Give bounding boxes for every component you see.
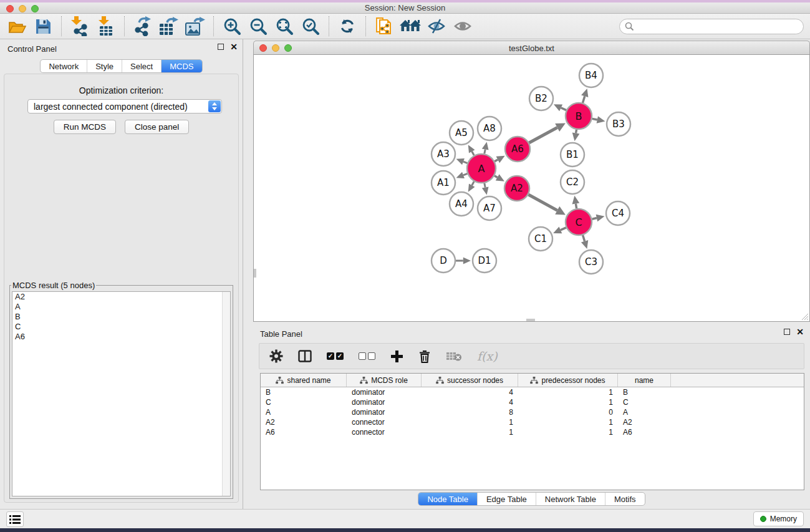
close-table-panel-icon[interactable]: ✕ bbox=[796, 329, 804, 335]
network-horizontal-scrollbar[interactable] bbox=[526, 319, 535, 321]
graph-edge-A2-C[interactable] bbox=[528, 195, 557, 210]
resize-grip-icon[interactable] bbox=[801, 312, 809, 321]
export-image-button[interactable] bbox=[182, 15, 208, 37]
graph-node-B1[interactable]: B1 bbox=[561, 143, 584, 167]
graph-node-A6[interactable]: A6 bbox=[505, 137, 530, 162]
graph-node-B[interactable]: B bbox=[566, 103, 592, 129]
graph-edge-B-B3[interactable] bbox=[592, 118, 597, 120]
tab-network[interactable]: Network bbox=[41, 60, 87, 72]
close-panel-icon[interactable]: ✕ bbox=[230, 44, 238, 50]
gear-button[interactable] bbox=[269, 349, 283, 363]
graph-node-C4[interactable]: C4 bbox=[606, 201, 630, 225]
graph-edge-A-A1[interactable] bbox=[463, 173, 468, 175]
graph-edge-A-A3[interactable] bbox=[463, 162, 468, 163]
mcds-result-item[interactable]: C bbox=[12, 322, 230, 332]
tab-edge-table[interactable]: Edge Table bbox=[478, 493, 536, 505]
column-header-shared-name[interactable]: shared name bbox=[261, 374, 347, 387]
zoom-selected-button[interactable] bbox=[297, 15, 324, 37]
graph-node-D[interactable]: D bbox=[432, 249, 455, 273]
graph-node-A4[interactable]: A4 bbox=[450, 192, 473, 216]
graph-node-C3[interactable]: C3 bbox=[579, 250, 603, 274]
float-table-panel-icon[interactable] bbox=[784, 329, 790, 335]
network-window-titlebar[interactable]: testGlobe.txt bbox=[253, 41, 810, 54]
table-row[interactable]: Cdominator41C bbox=[261, 397, 804, 407]
delete-table-button[interactable] bbox=[446, 351, 462, 362]
export-network-button[interactable] bbox=[130, 15, 156, 37]
graph-node-C1[interactable]: C1 bbox=[529, 227, 552, 251]
graph-node-A3[interactable]: A3 bbox=[432, 142, 455, 166]
graph-edge-B-B4[interactable] bbox=[582, 96, 584, 103]
delete-column-button[interactable] bbox=[418, 349, 431, 363]
graph-node-B4[interactable]: B4 bbox=[579, 64, 603, 87]
graph-edge-A-A4[interactable] bbox=[472, 181, 475, 185]
mcds-result-scrollbar[interactable] bbox=[222, 292, 230, 496]
save-session-button[interactable] bbox=[30, 15, 56, 37]
graph-node-A2[interactable]: A2 bbox=[504, 176, 529, 201]
graph-node-C[interactable]: C bbox=[566, 209, 592, 235]
import-network-button[interactable] bbox=[67, 15, 93, 37]
column-header-successor-nodes[interactable]: successor nodes bbox=[422, 374, 518, 387]
zoom-out-button[interactable] bbox=[245, 15, 271, 37]
task-history-button[interactable] bbox=[6, 511, 24, 527]
graph-edge-B-B1[interactable] bbox=[576, 130, 577, 133]
graph-node-A1[interactable]: A1 bbox=[432, 171, 455, 195]
graph-node-A[interactable]: A bbox=[467, 154, 496, 183]
split-columns-button[interactable] bbox=[298, 350, 312, 362]
import-table-button[interactable] bbox=[93, 15, 119, 37]
close-panel-button[interactable]: Close panel bbox=[125, 120, 189, 134]
graph-edge-C-C2[interactable] bbox=[576, 203, 576, 208]
export-table-button[interactable] bbox=[156, 15, 182, 37]
graph-node-B3[interactable]: B3 bbox=[607, 112, 630, 136]
table-row[interactable]: Adominator80A bbox=[261, 407, 804, 417]
home-button[interactable] bbox=[397, 15, 423, 37]
hide-details-button[interactable] bbox=[423, 15, 450, 37]
tab-motifs[interactable]: Motifs bbox=[605, 493, 645, 505]
graph-node-B2[interactable]: B2 bbox=[529, 87, 553, 110]
graph-node-A7[interactable]: A7 bbox=[478, 196, 501, 220]
network-vertical-scrollbar[interactable] bbox=[254, 269, 256, 278]
memory-button[interactable]: Memory bbox=[753, 511, 804, 526]
zoom-fit-button[interactable] bbox=[271, 15, 297, 37]
column-header-predecessor-nodes[interactable]: predecessor nodes bbox=[518, 374, 618, 387]
graph-node-D1[interactable]: D1 bbox=[473, 249, 496, 273]
graph-edge-A-A5[interactable] bbox=[472, 152, 475, 155]
session-document-button[interactable] bbox=[371, 15, 397, 37]
mcds-result-item[interactable]: B bbox=[12, 312, 230, 322]
clear-checkboxes-button[interactable] bbox=[359, 352, 375, 360]
add-column-button[interactable] bbox=[390, 350, 403, 363]
table-row[interactable]: Bdominator41B bbox=[261, 387, 804, 397]
graph-edge-A6-B[interactable] bbox=[529, 128, 557, 143]
column-header-MCDS-role[interactable]: MCDS role bbox=[347, 374, 422, 387]
search-input[interactable] bbox=[619, 19, 804, 34]
tab-select[interactable]: Select bbox=[122, 60, 162, 72]
graph-edge-C-C1[interactable] bbox=[561, 228, 566, 230]
mcds-result-item[interactable]: A2 bbox=[12, 292, 230, 302]
tab-style[interactable]: Style bbox=[87, 60, 122, 72]
table-row[interactable]: A2connector11A2 bbox=[261, 417, 804, 427]
select-all-checkboxes-button[interactable]: ✓ ✓ bbox=[327, 352, 344, 360]
graph-edge-A-A8[interactable] bbox=[485, 150, 485, 154]
graph-edge-A-A7[interactable] bbox=[485, 183, 485, 188]
tab-network-table[interactable]: Network Table bbox=[536, 493, 605, 505]
table-row[interactable]: A6connector11A6 bbox=[261, 427, 804, 437]
tab-mcds[interactable]: MCDS bbox=[162, 60, 201, 72]
graph-node-C2[interactable]: C2 bbox=[561, 170, 584, 194]
run-mcds-button[interactable]: Run MCDS bbox=[54, 120, 116, 134]
mcds-result-item[interactable]: A bbox=[12, 302, 230, 312]
graph-node-A8[interactable]: A8 bbox=[478, 117, 501, 140]
criterion-select[interactable]: largest connected component (directed) bbox=[27, 99, 222, 114]
show-details-button[interactable] bbox=[450, 15, 476, 37]
float-panel-icon[interactable] bbox=[218, 44, 224, 50]
graph-edge-B-B2[interactable] bbox=[561, 108, 566, 110]
zoom-in-button[interactable] bbox=[219, 15, 245, 37]
graph-edge-A-A6[interactable] bbox=[494, 160, 498, 162]
column-header-name[interactable]: name bbox=[618, 374, 671, 387]
refresh-button[interactable] bbox=[334, 15, 360, 37]
graph-node-A5[interactable]: A5 bbox=[450, 121, 473, 145]
tab-node-table[interactable]: Node Table bbox=[418, 493, 478, 505]
function-builder-button[interactable]: f(x) bbox=[477, 349, 498, 363]
network-canvas[interactable]: B4B2BB3A5A8A6A3AB1A1C2A2A4A7CC4C1C3DD1 bbox=[253, 54, 810, 322]
mcds-result-item[interactable]: A6 bbox=[12, 332, 230, 342]
open-session-button[interactable] bbox=[4, 15, 30, 37]
graph-edge-C-C3[interactable] bbox=[583, 235, 585, 241]
